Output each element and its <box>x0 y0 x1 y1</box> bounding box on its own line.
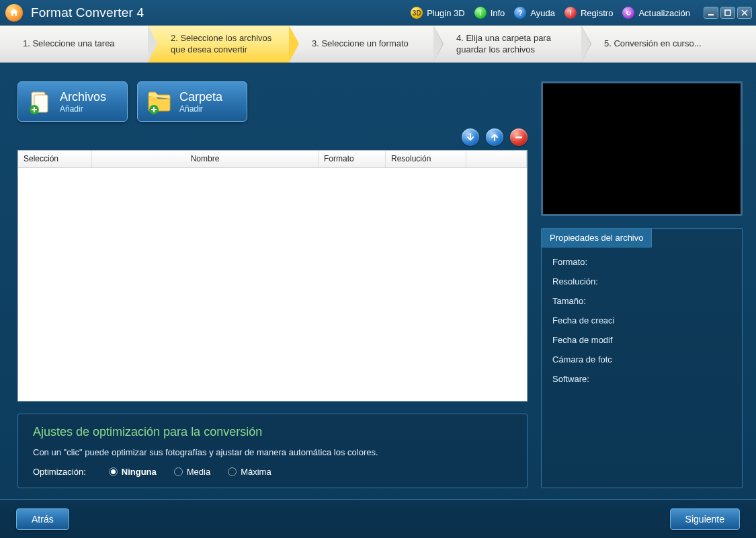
step-4-label-a: 4. Elija una carpeta para <box>456 33 566 44</box>
add-buttons-row: Archivos Añadir Carpeta Añadir <box>17 81 528 122</box>
radio-medium[interactable]: Media <box>174 467 210 477</box>
menu-help[interactable]: ? Ayuda <box>514 7 555 19</box>
col-resolution[interactable]: Resolución <box>386 151 466 167</box>
minimize-button[interactable] <box>704 7 718 19</box>
properties-tab[interactable]: Propiedades del archivo <box>542 229 652 247</box>
step-5-label: 5. Conversión en curso... <box>604 38 741 49</box>
radio-none[interactable]: Ninguna <box>109 467 157 477</box>
left-column: Archivos Añadir Carpeta Añadir <box>17 81 528 488</box>
prop-modified: Fecha de modif <box>552 335 616 345</box>
col-format[interactable]: Formato <box>319 151 386 167</box>
optimization-desc: Con un "clic" puede optimizar sus fotogr… <box>33 447 512 457</box>
add-folder-sub: Añadir <box>179 104 222 114</box>
menu-update-label: Actualización <box>638 8 690 18</box>
add-files-title: Archivos <box>60 90 106 104</box>
radio-max-label: Máxima <box>241 467 271 477</box>
menu-plugin3d[interactable]: 3D Plugin 3D <box>411 7 464 19</box>
prop-camera: Cámara de fotc <box>552 354 616 364</box>
main-area: Archivos Añadir Carpeta Añadir <box>0 63 756 499</box>
info-icon: i <box>474 7 487 19</box>
radio-medium-label: Media <box>187 467 210 477</box>
menu-plugin3d-label: Plugin 3D <box>427 8 464 18</box>
step-2-label-b: que desea convertir <box>171 44 274 55</box>
properties-panel: Propiedades del archivo Formato: Resoluc… <box>541 228 743 488</box>
maximize-button[interactable] <box>720 7 735 19</box>
bottom-bar: Atrás Siguiente <box>0 499 756 538</box>
optimization-radios: Optimización: Ninguna Media Máxima <box>33 467 512 477</box>
add-folder-button[interactable]: Carpeta Añadir <box>137 81 247 122</box>
radio-max-circle <box>228 467 237 476</box>
menu-update[interactable]: ↻ Actualización <box>622 7 690 19</box>
svg-rect-1 <box>725 10 730 15</box>
file-table: Selección Nombre Formato Resolución <box>17 150 528 401</box>
add-files-sub: Añadir <box>60 104 106 114</box>
optimization-label: Optimización: <box>33 467 86 477</box>
wizard-steps: 1. Seleccione una tarea 2. Seleccione lo… <box>0 26 756 63</box>
preview-box <box>541 81 743 216</box>
table-body[interactable] <box>18 168 527 401</box>
step-3-label: 3. Seleccione un formato <box>312 38 419 49</box>
radio-none-circle <box>109 467 118 476</box>
menu-bar: 3D Plugin 3D i Info ? Ayuda ! Registro ↻… <box>411 7 690 19</box>
step-1[interactable]: 1. Seleccione una tarea <box>0 26 148 63</box>
radio-medium-circle <box>174 467 183 476</box>
prop-software: Software: <box>552 374 731 384</box>
prop-created: Fecha de creaci <box>552 315 616 325</box>
properties-body: Formato: Resolución: Tamaño: Fecha de cr… <box>542 247 742 393</box>
col-selection[interactable]: Selección <box>18 151 92 167</box>
next-button[interactable]: Siguiente <box>670 508 740 530</box>
prop-resolution: Resolución: <box>552 276 731 286</box>
step-5[interactable]: 5. Conversión en curso... <box>581 26 756 63</box>
register-icon: ! <box>564 7 577 19</box>
app-title: Format Converter 4 <box>31 5 411 20</box>
add-files-button[interactable]: Archivos Añadir <box>17 81 128 122</box>
optimization-heading: Ajustes de optimización para la conversi… <box>33 425 512 439</box>
help-icon: ? <box>514 7 526 19</box>
step-2[interactable]: 2. Seleccione los archivos que desea con… <box>148 26 289 63</box>
col-empty <box>466 151 527 167</box>
folder-icon <box>146 88 173 115</box>
svg-rect-6 <box>515 137 522 139</box>
optimization-panel: Ajustes de optimización para la conversi… <box>17 414 528 488</box>
step-4[interactable]: 4. Elija una carpeta para guardar los ar… <box>433 26 581 63</box>
step-1-label: 1. Seleccione una tarea <box>23 38 133 49</box>
step-4-label-b: guardar los archivos <box>456 44 566 55</box>
radio-max[interactable]: Máxima <box>228 467 271 477</box>
col-name[interactable]: Nombre <box>92 151 319 167</box>
menu-register-label: Registro <box>581 8 613 18</box>
add-folder-title: Carpeta <box>179 90 222 104</box>
svg-rect-0 <box>708 14 714 15</box>
menu-register[interactable]: ! Registro <box>564 7 613 19</box>
update-icon: ↻ <box>622 7 634 19</box>
move-down-button[interactable] <box>462 128 479 146</box>
move-up-button[interactable] <box>486 128 503 146</box>
remove-button[interactable] <box>510 128 528 146</box>
radio-none-label: Ninguna <box>122 467 157 477</box>
menu-info-label: Info <box>491 8 505 18</box>
list-actions <box>17 128 528 146</box>
table-header: Selección Nombre Formato Resolución <box>18 151 527 168</box>
prop-size: Tamaño: <box>552 296 731 306</box>
plugin3d-icon: 3D <box>411 7 423 19</box>
files-icon <box>26 88 53 115</box>
prop-format: Formato: <box>552 257 731 267</box>
step-3[interactable]: 3. Seleccione un formato <box>289 26 433 63</box>
step-2-label-a: 2. Seleccione los archivos <box>171 33 274 44</box>
menu-info[interactable]: i Info <box>474 7 505 19</box>
menu-help-label: Ayuda <box>530 8 555 18</box>
home-icon[interactable] <box>5 4 23 22</box>
window-controls <box>704 7 752 19</box>
close-button[interactable] <box>737 7 752 19</box>
titlebar: Format Converter 4 3D Plugin 3D i Info ?… <box>0 0 756 26</box>
right-column: Propiedades del archivo Formato: Resoluc… <box>541 81 743 488</box>
back-button[interactable]: Atrás <box>16 508 69 530</box>
